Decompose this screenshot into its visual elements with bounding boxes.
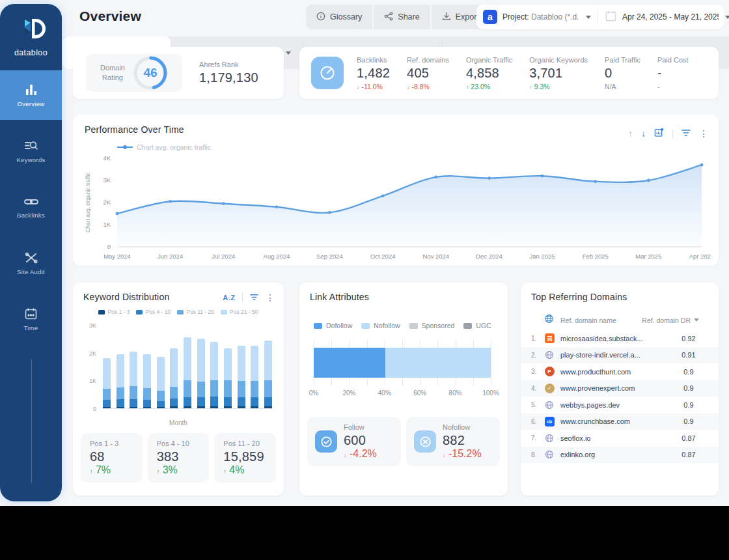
stacked-bar[interactable] xyxy=(251,346,258,408)
stacked-bar[interactable] xyxy=(117,354,124,408)
sidebar-item-keywords[interactable]: Keywords xyxy=(0,126,62,176)
glossary-button[interactable]: Glossary xyxy=(306,5,372,29)
row-domain[interactable]: microsaasidea.substack... xyxy=(560,335,669,343)
table-row[interactable]: 7.seoflox.io0.87 xyxy=(521,430,719,447)
row-domain[interactable]: play-store-indir.vercel.a... xyxy=(560,351,669,359)
bar-segment-pos-1-3 xyxy=(170,406,178,408)
sort-az-icon[interactable]: A↓Z xyxy=(223,294,235,301)
summary-delta: ↑ 7% xyxy=(90,464,143,476)
metrics-row: Backlinks1,482↓ -11.0%Ref. domains405↓ -… xyxy=(357,56,719,91)
row-domain[interactable]: seoflox.io xyxy=(560,434,669,442)
table-row[interactable]: 3.Pwww.producthunt.com0.9 xyxy=(521,363,719,380)
svg-text:Oct 2024: Oct 2024 xyxy=(370,253,396,260)
legend-item-pos-21-50: Pos 21 - 50 xyxy=(221,309,258,315)
stacked-bar[interactable] xyxy=(170,348,178,408)
table-row[interactable]: 1.microsaasidea.substack...0.92 xyxy=(521,330,719,347)
svg-text:Jul 2024: Jul 2024 xyxy=(212,253,235,260)
metric-delta: ↑ 23.0% xyxy=(466,83,512,91)
main-content: Overview GlossaryShareExport a Project: … xyxy=(62,0,729,506)
legend-swatch-icon xyxy=(463,323,472,329)
bar-segment-pos-11-20 xyxy=(143,388,151,400)
header: Overview GlossaryShareExport a Project: … xyxy=(62,0,729,36)
favicon-letter-sq-icon: cb xyxy=(544,416,555,427)
info-icon xyxy=(316,12,325,23)
share-button[interactable]: Share xyxy=(374,5,430,29)
stacked-bar[interactable] xyxy=(238,346,245,408)
chart-report-icon[interactable] xyxy=(654,128,664,139)
bar-segment-pos-21-50 xyxy=(170,348,178,387)
bar-segment-pos-11-20 xyxy=(197,382,205,398)
table-row[interactable]: 4.✓www.provenexpert.com0.9 xyxy=(521,380,719,397)
legend-item-ugc: UGC xyxy=(463,322,491,329)
metric-value: 4,858 xyxy=(466,66,512,81)
page-title: Overview xyxy=(79,8,141,24)
sidebar-item-label: Time xyxy=(24,324,38,331)
keyword-search-icon xyxy=(24,139,38,152)
referring-table-header: Ref. domain name Ref. domain DR xyxy=(521,310,719,330)
sidebar-item-site-audit[interactable]: Site Audit xyxy=(0,238,62,288)
row-domain[interactable]: exlinko.org xyxy=(560,451,669,458)
favicon-substack-icon xyxy=(544,333,555,344)
bar-segment-pos-11-20 xyxy=(157,391,165,400)
sort-caret-icon xyxy=(694,318,699,322)
x-tick-label: 80% xyxy=(449,389,462,397)
table-row[interactable]: 6.cbwww.crunchbase.com0.9 xyxy=(521,413,719,430)
horizontal-stacked-bar[interactable] xyxy=(314,348,491,378)
link-attributes-x-axis: 0%20%40%60%80%100% xyxy=(314,389,491,400)
divider xyxy=(242,293,243,302)
bar-segment-pos-1-3 xyxy=(117,407,124,408)
bar-segment-pos-1-3 xyxy=(197,406,205,408)
row-rank: 1. xyxy=(531,335,544,342)
bar-segment-pos-1-3 xyxy=(143,407,151,408)
metric-value: 0 xyxy=(605,66,640,81)
date-range-selector[interactable]: Apr 24, 2025 - May 21, 2025 xyxy=(598,10,729,25)
sidebar-item-time[interactable]: Time xyxy=(0,294,62,344)
stacked-bar[interactable] xyxy=(264,341,272,408)
column-header-dr[interactable]: Ref. domain DR xyxy=(642,316,708,324)
row-rank: 7. xyxy=(531,434,544,441)
stacked-bar[interactable] xyxy=(224,348,232,408)
arrow-down-icon[interactable]: ↓ xyxy=(641,129,646,138)
metric-delta: - xyxy=(657,83,689,91)
stacked-bar[interactable] xyxy=(210,342,218,408)
kebab-menu-icon[interactable]: ⋮ xyxy=(699,129,708,138)
bar-segment-pos-21-50 xyxy=(103,358,111,389)
sidebar-item-label: Overview xyxy=(18,100,45,107)
stacked-bar[interactable] xyxy=(197,339,205,408)
table-row[interactable]: 5.webbys.pages.dev0.9 xyxy=(521,397,719,413)
row-rank: 2. xyxy=(531,352,544,359)
row-domain[interactable]: www.producthunt.com xyxy=(560,368,669,376)
project-selector[interactable]: a Project: Databloo (*.d... xyxy=(476,10,598,24)
top-referring-domains-title: Top Referring Domains xyxy=(521,292,719,302)
row-domain[interactable]: www.provenexpert.com xyxy=(560,384,669,392)
row-domain[interactable]: webbys.pages.dev xyxy=(560,401,669,409)
filter-lines-icon[interactable] xyxy=(250,293,258,302)
table-row[interactable]: 8.exlinko.org0.87 xyxy=(521,447,719,464)
kebab-menu-icon[interactable]: ⋮ xyxy=(266,293,275,302)
bar-segment-pos-1-3 xyxy=(130,407,137,408)
legend-swatch-icon xyxy=(98,310,105,315)
brand-name: databloo xyxy=(0,48,62,57)
bar-segment-pos-4-10 xyxy=(130,399,137,407)
stacked-bar[interactable] xyxy=(143,354,151,408)
brand-logo[interactable]: databloo xyxy=(0,4,62,64)
sidebar-item-backlinks[interactable]: Backlinks xyxy=(0,182,62,232)
link-attributes-legend: DofollowNofollowSponsoredUGC xyxy=(314,322,508,329)
table-row[interactable]: 2.play-store-indir.vercel.a...0.91 xyxy=(521,347,719,364)
app-frame: databloo OverviewKeywordsBacklinksSite A… xyxy=(0,0,729,506)
link-summary-nofollow: Nofollow882↓ -15.2% xyxy=(406,417,500,466)
row-domain[interactable]: www.crunchbase.com xyxy=(560,417,669,425)
stacked-bar[interactable] xyxy=(130,352,137,408)
arrow-up-icon[interactable]: ↑ xyxy=(628,129,633,138)
stacked-bar[interactable] xyxy=(157,357,165,408)
filter-lines-icon[interactable] xyxy=(681,129,691,138)
share-icon xyxy=(384,12,393,23)
row-rank: 3. xyxy=(531,368,544,375)
ahrefs-rank-value: 1,179,130 xyxy=(199,70,258,85)
sidebar-scrollbar[interactable] xyxy=(31,359,32,483)
bar-segment-pos-1-3 xyxy=(224,406,232,408)
calendar-icon xyxy=(24,307,38,320)
stacked-bar[interactable] xyxy=(103,358,111,408)
sidebar-item-overview[interactable]: Overview xyxy=(0,70,62,120)
stacked-bar[interactable] xyxy=(184,337,191,408)
